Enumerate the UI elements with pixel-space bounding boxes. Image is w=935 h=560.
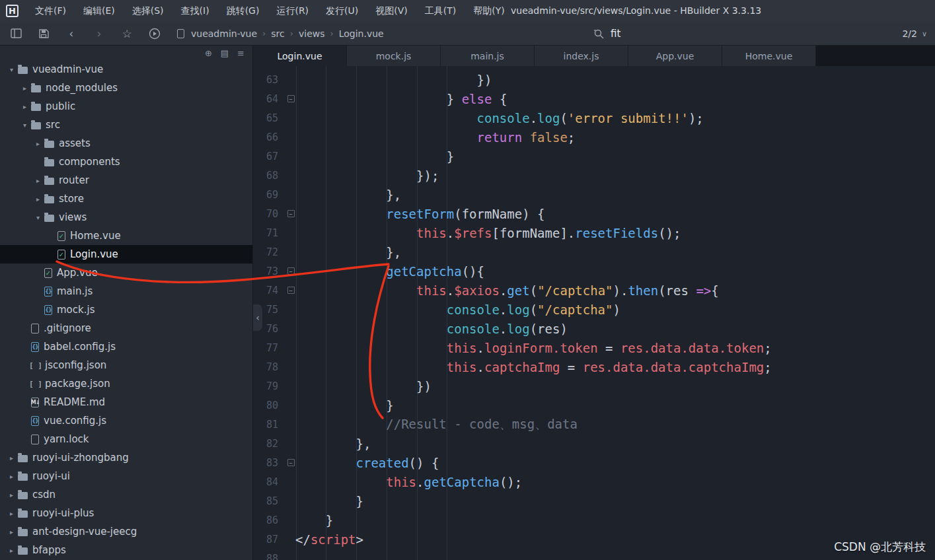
line-number[interactable]: 81 <box>253 419 286 431</box>
menu-item[interactable]: 视图(V) <box>367 0 416 22</box>
line-number[interactable]: 63 <box>253 74 286 86</box>
line-number[interactable]: 87 <box>253 534 286 545</box>
code-line[interactable]: } <box>295 398 394 413</box>
line-number[interactable]: 66 <box>253 131 286 143</box>
menu-item[interactable]: 工具(T) <box>416 0 465 22</box>
editor[interactable]: 63 })64− } else {65 console.log('error s… <box>253 66 935 560</box>
line-number[interactable]: 79 <box>253 380 286 392</box>
line-number[interactable]: 77 <box>253 342 286 354</box>
tree-item[interactable]: ▸node_modules <box>0 79 252 97</box>
code-line[interactable]: console.log('error submit!!'); <box>295 111 704 125</box>
tab-main-js[interactable]: main.js <box>441 46 535 66</box>
fold-marker-icon[interactable]: − <box>287 287 295 294</box>
collapse-sidebar-button[interactable]: ‹ <box>253 304 262 331</box>
tab-app-vue[interactable]: App.vue <box>628 46 722 66</box>
line-number[interactable]: 70 <box>253 208 286 220</box>
tree-item[interactable]: babel.config.js <box>0 337 252 356</box>
code-line[interactable]: }, <box>295 188 401 202</box>
tree-item[interactable]: main.js <box>0 282 252 300</box>
code-line[interactable]: } <box>295 513 333 528</box>
code-line[interactable]: }); <box>295 168 439 183</box>
line-number[interactable]: 68 <box>253 170 286 182</box>
line-number[interactable]: 71 <box>253 227 286 239</box>
code-line[interactable]: }, <box>295 245 401 260</box>
code-line[interactable]: } else { <box>295 92 507 106</box>
code-line[interactable]: }) <box>295 379 431 394</box>
code-line[interactable]: </script> <box>295 532 363 547</box>
tree-item[interactable]: ▸ruoyi-ui-plus <box>0 504 252 522</box>
code-line[interactable]: resetForm(formName) { <box>295 207 545 221</box>
code-line[interactable]: //Result - code、msg、data <box>295 416 578 433</box>
tab-home-vue[interactable]: Home.vue <box>722 46 816 66</box>
tree-item[interactable]: components <box>0 153 252 171</box>
tree-item[interactable]: README.md <box>0 393 252 411</box>
code-line[interactable]: }) <box>295 73 492 87</box>
tree-item[interactable]: Home.vue <box>0 227 252 245</box>
code-line[interactable]: this.loginForm.token = res.data.data.tok… <box>295 341 772 355</box>
tree-item[interactable]: mock.js <box>0 300 252 319</box>
tree-item[interactable]: yarn.lock <box>0 430 252 448</box>
line-number[interactable]: 84 <box>253 476 286 488</box>
forward-icon[interactable]: › <box>93 27 106 40</box>
breadcrumb-item[interactable]: Login.vue <box>339 28 384 39</box>
line-number[interactable]: 83 <box>253 457 286 469</box>
code-line[interactable]: this.captchaImg = res.data.data.captchaI… <box>295 360 772 374</box>
tab-login-vue[interactable]: Login.vue <box>253 46 347 66</box>
favorite-star-icon[interactable]: ☆ <box>120 27 133 40</box>
line-number[interactable]: 88 <box>253 553 286 560</box>
locate-file-icon[interactable]: ⊕ <box>205 48 212 58</box>
tree-item[interactable]: ▸bfapps <box>0 541 252 559</box>
save-icon[interactable] <box>37 27 50 40</box>
menu-item[interactable]: 帮助(Y) <box>465 0 513 22</box>
tree-item[interactable]: ▾vueadmin-vue <box>0 60 252 79</box>
code-line[interactable]: this.getCaptcha(); <box>295 475 522 489</box>
fold-marker-icon[interactable]: − <box>287 210 295 217</box>
menu-item[interactable]: 跳转(G) <box>218 0 268 22</box>
sidebar-menu-icon[interactable]: ≡ <box>237 48 244 58</box>
code-line[interactable]: console.log("/captcha") <box>295 302 620 317</box>
code-line[interactable]: } <box>295 149 454 164</box>
tree-item[interactable]: vue.config.js <box>0 411 252 430</box>
line-number[interactable]: 85 <box>253 495 286 507</box>
line-number[interactable]: 69 <box>253 189 286 201</box>
menu-item[interactable]: 运行(R) <box>268 0 317 22</box>
menu-item[interactable]: 编辑(E) <box>75 0 124 22</box>
tab-mock-js[interactable]: mock.js <box>347 46 441 66</box>
search-box[interactable]: fit <box>593 22 620 46</box>
tree-item[interactable]: ▾views <box>0 208 252 227</box>
code-line[interactable]: return false; <box>295 130 575 145</box>
collapse-all-icon[interactable]: ▤ <box>221 48 229 58</box>
line-number[interactable]: 73 <box>253 265 286 277</box>
code-line[interactable]: getCaptcha(){ <box>295 264 484 279</box>
search-value[interactable]: fit <box>611 28 620 40</box>
tree-item[interactable]: ▸ruoyi-ui <box>0 467 252 485</box>
line-number[interactable]: 78 <box>253 361 286 373</box>
line-number[interactable]: 67 <box>253 151 286 162</box>
code-line[interactable]: } <box>295 494 363 508</box>
code-line[interactable]: created() { <box>295 456 439 470</box>
run-preview-icon[interactable] <box>148 27 161 40</box>
line-number[interactable]: 82 <box>253 438 286 450</box>
menu-item[interactable]: 发行(U) <box>317 0 367 22</box>
fold-marker-icon[interactable]: − <box>287 95 295 102</box>
tree-item[interactable]: ▸ant-design-vue-jeecg <box>0 522 252 541</box>
tree-item[interactable]: ▾src <box>0 116 252 134</box>
tree-item[interactable]: ▸assets <box>0 134 252 153</box>
code-line[interactable]: console.log(res) <box>295 322 568 336</box>
line-number[interactable]: 65 <box>253 112 286 124</box>
breadcrumb-item[interactable]: src <box>271 28 284 39</box>
line-number[interactable]: 86 <box>253 514 286 526</box>
panel-toggle-icon[interactable] <box>9 27 22 40</box>
tree-item[interactable]: .gitignore <box>0 319 252 337</box>
line-number[interactable]: 80 <box>253 400 286 411</box>
fold-marker-icon[interactable]: − <box>287 267 295 275</box>
tab-group-pager[interactable]: 2/2 ∨ <box>902 22 927 46</box>
line-number[interactable]: 72 <box>253 246 286 258</box>
tree-item[interactable]: jsconfig.json <box>0 356 252 374</box>
fold-marker-icon[interactable]: − <box>287 459 295 466</box>
tree-item[interactable]: ▸public <box>0 97 252 116</box>
tree-item[interactable]: ▸csdn <box>0 485 252 504</box>
menu-item[interactable]: 选择(S) <box>124 0 172 22</box>
code-line[interactable]: this.$axios.get("/captcha").then(res =>{ <box>295 283 719 298</box>
tree-item[interactable]: ▸ruoyi-ui-zhongbang <box>0 448 252 467</box>
